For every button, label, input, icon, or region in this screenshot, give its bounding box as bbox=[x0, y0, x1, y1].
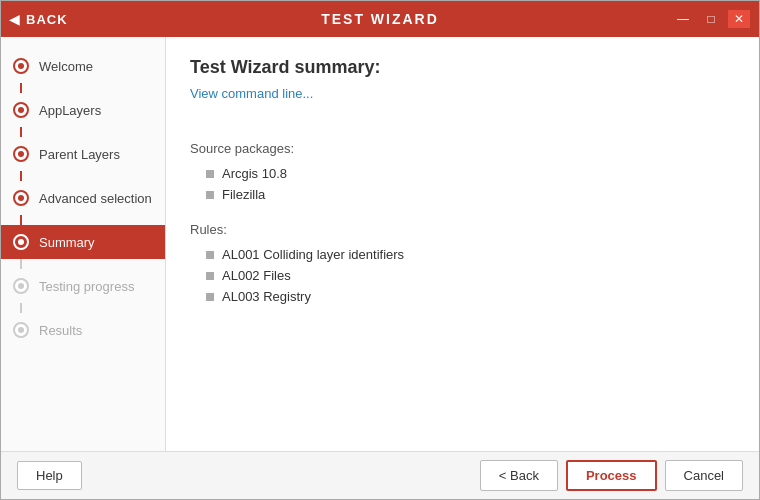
minimize-button[interactable]: — bbox=[671, 9, 695, 29]
window: ◀ BACK TEST WIZARD — □ ✕ Welcome bbox=[0, 0, 760, 500]
step-indicator-parent-layers bbox=[13, 146, 29, 162]
step-indicator-results bbox=[13, 322, 29, 338]
sidebar-label-welcome: Welcome bbox=[39, 59, 93, 74]
bullet-icon bbox=[206, 170, 214, 178]
sidebar: Welcome AppLayers Parent Layers bbox=[1, 37, 166, 451]
sidebar-label-applayers: AppLayers bbox=[39, 103, 101, 118]
sidebar-label-results: Results bbox=[39, 323, 82, 338]
sidebar-label-advanced-selection: Advanced selection bbox=[39, 191, 152, 206]
sidebar-item-welcome[interactable]: Welcome bbox=[1, 49, 165, 83]
sidebar-label-parent-layers: Parent Layers bbox=[39, 147, 120, 162]
sidebar-item-applayers[interactable]: AppLayers bbox=[1, 93, 165, 127]
list-item: AL002 Files bbox=[206, 268, 735, 283]
sidebar-item-results: Results bbox=[1, 313, 165, 347]
list-item: AL003 Registry bbox=[206, 289, 735, 304]
rule-label: AL003 Registry bbox=[222, 289, 311, 304]
connector-3 bbox=[20, 215, 22, 225]
back-button[interactable]: < Back bbox=[480, 460, 558, 491]
sidebar-label-summary: Summary bbox=[39, 235, 95, 250]
restore-button[interactable]: □ bbox=[699, 9, 723, 29]
sidebar-item-summary[interactable]: Summary bbox=[1, 225, 165, 259]
connector-2 bbox=[20, 171, 22, 181]
close-button[interactable]: ✕ bbox=[727, 9, 751, 29]
bullet-icon bbox=[206, 293, 214, 301]
window-title: TEST WIZARD bbox=[321, 11, 439, 27]
package-name: Filezilla bbox=[222, 187, 265, 202]
step-indicator-welcome bbox=[13, 58, 29, 74]
connector-0 bbox=[20, 83, 22, 93]
list-item: Filezilla bbox=[206, 187, 735, 202]
footer: Help < Back Process Cancel bbox=[1, 451, 759, 499]
back-label: BACK bbox=[26, 12, 68, 27]
connector-5 bbox=[20, 303, 22, 313]
rule-label: AL001 Colliding layer identifiers bbox=[222, 247, 404, 262]
content-area: Welcome AppLayers Parent Layers bbox=[1, 37, 759, 451]
packages-list: Arcgis 10.8 Filezilla bbox=[206, 166, 735, 202]
sidebar-item-advanced-selection[interactable]: Advanced selection bbox=[1, 181, 165, 215]
step-indicator-applayers bbox=[13, 102, 29, 118]
footer-right-buttons: < Back Process Cancel bbox=[480, 460, 743, 491]
list-item: Arcgis 10.8 bbox=[206, 166, 735, 181]
source-packages-label: Source packages: bbox=[190, 141, 735, 156]
main-content: Test Wizard summary: View command line..… bbox=[166, 37, 759, 451]
sidebar-item-parent-layers[interactable]: Parent Layers bbox=[1, 137, 165, 171]
bullet-icon bbox=[206, 272, 214, 280]
back-arrow-icon: ◀ bbox=[9, 11, 20, 27]
window-controls: — □ ✕ bbox=[671, 9, 751, 29]
rules-list: AL001 Colliding layer identifiers AL002 … bbox=[206, 247, 735, 304]
list-item: AL001 Colliding layer identifiers bbox=[206, 247, 735, 262]
titlebar: ◀ BACK TEST WIZARD — □ ✕ bbox=[1, 1, 759, 37]
view-command-line-link[interactable]: View command line... bbox=[190, 86, 313, 101]
step-indicator-advanced-selection bbox=[13, 190, 29, 206]
process-button[interactable]: Process bbox=[566, 460, 657, 491]
step-indicator-testing-progress bbox=[13, 278, 29, 294]
step-indicator-summary bbox=[13, 234, 29, 250]
package-name: Arcgis 10.8 bbox=[222, 166, 287, 181]
cancel-button[interactable]: Cancel bbox=[665, 460, 743, 491]
page-title: Test Wizard summary: bbox=[190, 57, 735, 78]
connector-4 bbox=[20, 259, 22, 269]
help-button[interactable]: Help bbox=[17, 461, 82, 490]
bullet-icon bbox=[206, 191, 214, 199]
rule-label: AL002 Files bbox=[222, 268, 291, 283]
sidebar-item-testing-progress: Testing progress bbox=[1, 269, 165, 303]
rules-label: Rules: bbox=[190, 222, 735, 237]
connector-1 bbox=[20, 127, 22, 137]
bullet-icon bbox=[206, 251, 214, 259]
sidebar-label-testing-progress: Testing progress bbox=[39, 279, 134, 294]
back-button[interactable]: ◀ BACK bbox=[9, 11, 68, 27]
